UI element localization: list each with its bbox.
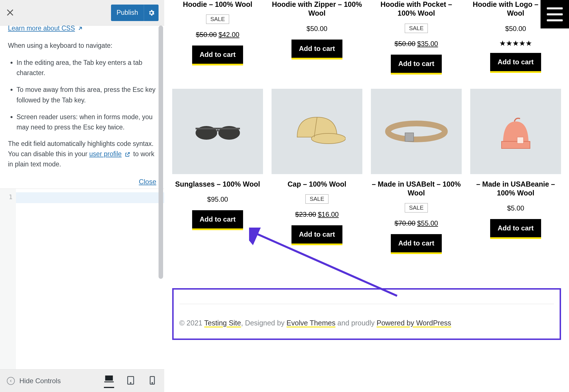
footer-credits: © 2021 Testing Site, Designed by Evolve … <box>179 319 554 327</box>
publish-settings-button[interactable] <box>144 5 159 21</box>
add-to-cart-button[interactable]: Add to cart <box>490 219 541 239</box>
sidebar-scrollbar[interactable] <box>159 26 163 279</box>
mobile-device-button[interactable] <box>147 375 157 387</box>
close-help-link[interactable]: Close <box>139 178 156 185</box>
star-rating-icon: ★★★★★ <box>499 39 532 48</box>
css-editor[interactable]: 1 <box>0 189 164 369</box>
footer-site-link[interactable]: Testing Site <box>204 319 241 327</box>
product-row-1: Hoodie – 100% Wool SALE $50.00$42.00 Add… <box>172 0 561 75</box>
add-to-cart-button[interactable]: Add to cart <box>490 53 541 73</box>
product-title: – Made in USABelt – 100% Wool <box>371 180 462 198</box>
line-number-1: 1 <box>0 193 13 201</box>
keyboard-list: In the editing area, the Tab key enters … <box>17 57 156 133</box>
product-image <box>172 89 263 174</box>
product-card[interactable]: Hoodie with Pocket – 100% Wool SALE $50.… <box>371 0 462 75</box>
product-card[interactable]: – Made in USABelt – 100% Wool SALE $70.0… <box>371 89 462 254</box>
product-price: $50.00$42.00 <box>196 31 239 39</box>
sidebar-footer: Hide Controls <box>0 369 164 392</box>
kb-item-2: To move away from this area, press the E… <box>17 84 156 106</box>
product-card[interactable]: Sunglasses – 100% Wool $95.00 Add to car… <box>172 89 263 254</box>
beanie-icon <box>494 110 537 153</box>
sunglasses-icon <box>192 120 243 143</box>
product-title: – Made in USABeanie – 100% Wool <box>470 180 561 198</box>
add-to-cart-button[interactable]: Add to cart <box>391 55 442 75</box>
external-link-icon <box>77 26 83 32</box>
svg-point-6 <box>311 133 346 144</box>
product-image <box>272 89 362 174</box>
close-help-row: Close <box>8 178 156 186</box>
publish-button[interactable]: Publish <box>111 5 144 21</box>
hide-controls-label: Hide Controls <box>19 377 61 385</box>
sale-badge: SALE <box>405 203 428 212</box>
device-toggle-group <box>104 374 157 388</box>
svg-point-7 <box>388 123 445 139</box>
add-to-cart-button[interactable]: Add to cart <box>291 40 342 59</box>
footer-highlight-box: © 2021 Testing Site, Designed by Evolve … <box>172 288 561 340</box>
svg-point-1 <box>130 382 131 383</box>
desktop-icon <box>104 374 114 384</box>
add-to-cart-button[interactable]: Add to cart <box>192 210 243 230</box>
sidebar-body: Learn more about CSS When using a keyboa… <box>0 26 164 189</box>
product-price: $70.00$55.00 <box>395 219 438 227</box>
product-title: Hoodie with Zipper – 100% Wool <box>272 0 362 18</box>
product-title: Hoodie – 100% Wool <box>183 0 252 9</box>
product-title: Sunglasses – 100% Wool <box>175 180 260 189</box>
kb-item-1: In the editing area, the Tab key enters … <box>17 57 156 79</box>
product-price: $95.00 <box>207 195 228 203</box>
line-gutter: 1 <box>0 189 16 369</box>
add-to-cart-button[interactable]: Add to cart <box>192 46 243 65</box>
cap-icon <box>289 112 346 151</box>
edit-field-para: The edit field automatically highlights … <box>8 139 156 169</box>
product-card[interactable]: – Made in USABeanie – 100% Wool $5.00 Ad… <box>470 89 561 254</box>
external-link-icon <box>125 152 130 157</box>
preview-pane: Hoodie – 100% Wool SALE $50.00$42.00 Add… <box>164 0 569 392</box>
svg-rect-8 <box>405 133 414 141</box>
product-title: Hoodie with Pocket – 100% Wool <box>371 0 462 18</box>
code-line-highlight[interactable] <box>16 192 164 203</box>
product-title: Cap – 100% Wool <box>287 180 346 189</box>
learn-more-row: Learn more about CSS <box>8 26 156 32</box>
customizer-sidebar: Publish Learn more about CSS When using … <box>0 0 164 392</box>
product-row-2: Sunglasses – 100% Wool $95.00 Add to car… <box>172 89 561 254</box>
learn-more-link[interactable]: Learn more about CSS <box>8 26 75 32</box>
footer-themes-link[interactable]: Evolve Themes <box>287 319 336 327</box>
sale-badge: SALE <box>305 194 328 204</box>
product-price: $50.00 <box>307 25 327 33</box>
footer-wp-link[interactable]: Powered by WordPress <box>377 319 451 327</box>
svg-point-3 <box>152 382 153 383</box>
mobile-icon <box>147 375 157 385</box>
tablet-device-button[interactable] <box>126 375 136 387</box>
svg-rect-9 <box>502 141 530 148</box>
product-image <box>371 89 462 174</box>
user-profile-link[interactable]: user profile <box>89 150 122 158</box>
belt-icon <box>385 119 448 144</box>
product-price: $50.00 <box>505 25 526 33</box>
tablet-icon <box>126 375 136 385</box>
add-to-cart-button[interactable]: Add to cart <box>391 234 442 254</box>
hamburger-bar <box>547 7 563 9</box>
hamburger-bar <box>547 19 563 21</box>
close-icon[interactable] <box>6 9 14 17</box>
product-card[interactable]: Cap – 100% Wool SALE $23.00$16.00 Add to… <box>272 89 362 254</box>
product-price: $50.00$35.00 <box>395 40 438 48</box>
add-to-cart-button[interactable]: Add to cart <box>291 225 342 245</box>
collapse-icon <box>7 377 15 385</box>
svg-rect-10 <box>517 137 523 143</box>
product-price: $23.00$16.00 <box>295 211 339 218</box>
product-card[interactable]: Hoodie with Zipper – 100% Wool $50.00 Ad… <box>272 0 362 75</box>
menu-button[interactable] <box>541 0 569 28</box>
sidebar-header: Publish <box>0 0 164 26</box>
sale-badge: SALE <box>206 15 229 24</box>
kb-item-3: Screen reader users: when in forms mode,… <box>17 112 156 133</box>
product-image <box>470 89 561 174</box>
desktop-device-button[interactable] <box>104 374 114 388</box>
keyboard-intro: When using a keyboard to navigate: <box>8 41 156 51</box>
product-card[interactable]: Hoodie – 100% Wool SALE $50.00$42.00 Add… <box>172 0 263 75</box>
hide-controls-button[interactable]: Hide Controls <box>7 377 61 385</box>
gear-icon <box>148 9 155 16</box>
hamburger-bar <box>547 13 563 15</box>
sale-badge: SALE <box>405 24 428 33</box>
product-price: $5.00 <box>507 204 524 212</box>
publish-group: Publish <box>111 5 159 21</box>
